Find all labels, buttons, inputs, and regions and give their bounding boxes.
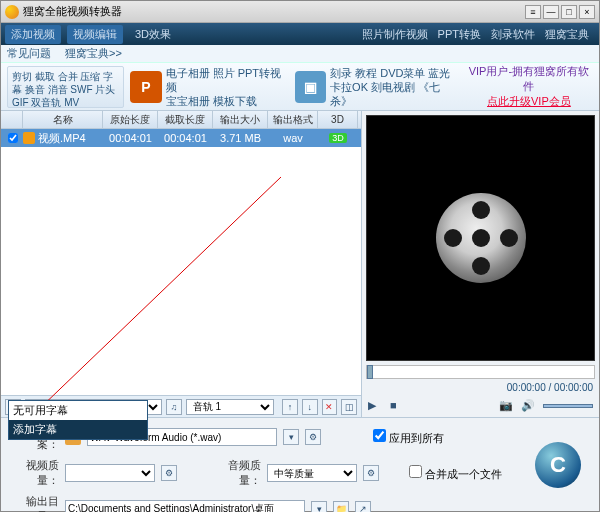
nav-photo-video[interactable]: 照片制作视频	[362, 27, 428, 42]
seek-slider[interactable]	[366, 365, 595, 379]
window-title: 狸窝全能视频转换器	[23, 4, 525, 19]
col-clip[interactable]: 截取长度	[158, 111, 213, 128]
film-reel-icon	[436, 193, 526, 283]
preview-pane: 00:00:00 / 00:00:00 ▶ ■ 📷 🔊	[361, 111, 599, 417]
file-list-pane: 名称 原始长度 截取长度 输出大小 输出格式 3D 视频.MP4 00:04:0…	[1, 111, 361, 417]
out-browse[interactable]: 📁	[333, 501, 349, 512]
link-baodan[interactable]: 狸窝宝典>>	[65, 46, 122, 61]
col-name[interactable]: 名称	[23, 111, 103, 128]
slot-album[interactable]: P 电子相册 照片 PPT转视频宝宝相册 模板下载	[130, 66, 289, 108]
vq-settings[interactable]: ⚙	[161, 465, 177, 481]
vip-upgrade-link[interactable]: 点此升级VIP会员	[465, 94, 593, 109]
top-nav: 添加视频 视频编辑 3D效果 照片制作视频 PPT转换 刻录软件 狸窝宝典	[1, 23, 599, 45]
close-button[interactable]: ×	[579, 5, 595, 19]
aq-select[interactable]: 中等质量	[267, 464, 357, 482]
apply-all[interactable]: 应用到所有	[373, 429, 444, 446]
vq-select[interactable]	[65, 464, 155, 482]
nav-burn[interactable]: 刻录软件	[491, 27, 535, 42]
nav-3d-effect[interactable]: 3D效果	[129, 25, 177, 44]
slot-vip[interactable]: VIP用户-拥有狸窝所有软件点此升级VIP会员	[465, 66, 593, 108]
apply-all-checkbox[interactable]	[373, 429, 386, 442]
snapshot-button[interactable]: 📷	[499, 399, 513, 413]
row-3d-icon[interactable]: 3D	[329, 133, 347, 143]
stop-button[interactable]: ■	[390, 399, 404, 413]
convert-button[interactable]: C	[535, 442, 581, 488]
slotB-l1: 刻录 教程 DVD菜单 蓝光	[330, 66, 459, 80]
col-size[interactable]: 输出大小	[213, 111, 268, 128]
row-name: 视频.MP4	[38, 131, 86, 146]
row-checkbox[interactable]	[8, 133, 18, 143]
slot-burn[interactable]: ▣ 刻录 教程 DVD菜单 蓝光卡拉OK 刻电视剧 《七杀》	[295, 66, 459, 108]
out-dropdown[interactable]: ▾	[311, 501, 327, 512]
nav-ppt-convert[interactable]: PPT转换	[438, 27, 481, 42]
slotB-l2: 卡拉OK 刻电视剧 《七杀》	[330, 80, 459, 108]
col-orig[interactable]: 原始长度	[103, 111, 158, 128]
out-open[interactable]: ↗	[355, 501, 371, 512]
row-size: 3.71 MB	[213, 129, 268, 147]
col-3d[interactable]: 3D	[318, 111, 358, 128]
time-display: 00:00:00 / 00:00:00	[362, 379, 599, 395]
preview-area	[366, 115, 595, 361]
vip-l1: VIP用户-拥有狸窝所有软件	[465, 64, 593, 94]
titlebar: 狸窝全能视频转换器 ≡ — □ ×	[1, 1, 599, 23]
album-icon: P	[130, 71, 161, 103]
col-fmt[interactable]: 输出格式	[268, 111, 318, 128]
subtitle-dropdown-menu[interactable]: 无可用字幕 添加字幕	[8, 400, 148, 440]
menu-button[interactable]: ≡	[525, 5, 541, 19]
row-fmt: wav	[268, 129, 318, 147]
slotA-l1: 电子相册 照片 PPT转视频	[166, 66, 289, 94]
max-button[interactable]: □	[561, 5, 577, 19]
out-input[interactable]	[65, 500, 305, 512]
nav-edit-video[interactable]: 视频编辑	[67, 25, 123, 44]
play-button[interactable]: ▶	[368, 399, 382, 413]
nav-add-video[interactable]: 添加视频	[5, 25, 61, 44]
aq-settings[interactable]: ⚙	[363, 465, 379, 481]
out-label: 输出目录：	[7, 494, 59, 512]
grid-blank	[1, 147, 361, 395]
dd-item-add[interactable]: 添加字幕	[9, 420, 147, 439]
merge-label: 合并成一个文件	[425, 468, 502, 480]
volume-button[interactable]: 🔊	[521, 399, 535, 413]
link-faq[interactable]: 常见问题	[7, 46, 51, 61]
aq-label: 音频质量：	[209, 458, 261, 488]
preset-settings[interactable]: ⚙	[305, 429, 321, 445]
toolbar: 剪切 截取 合并 压缩 字幕 换音 消音 SWF 片头 GIF 双音轨 MV P…	[1, 63, 599, 111]
grid-header: 名称 原始长度 截取长度 输出大小 输出格式 3D	[1, 111, 361, 129]
feature-block[interactable]: 剪切 截取 合并 压缩 字幕 换音 消音 SWF 片头 GIF 双音轨 MV	[7, 66, 124, 108]
burn-icon: ▣	[295, 71, 326, 103]
volume-slider[interactable]	[543, 404, 593, 408]
merge-checkbox[interactable]	[409, 465, 422, 478]
app-icon	[5, 5, 19, 19]
svg-line-0	[36, 177, 281, 412]
vq-label: 视频质量：	[7, 458, 59, 488]
row-orig: 00:04:01	[103, 129, 158, 147]
nav-baodan[interactable]: 狸窝宝典	[545, 27, 589, 42]
min-button[interactable]: —	[543, 5, 559, 19]
col-check[interactable]	[3, 111, 23, 128]
merge[interactable]: 合并成一个文件	[409, 465, 502, 482]
preset-dropdown[interactable]: ▾	[283, 429, 299, 445]
dd-item-none[interactable]: 无可用字幕	[9, 401, 147, 420]
row-clip: 00:04:01	[158, 129, 213, 147]
slotA-l2: 宝宝相册 模板下载	[166, 94, 289, 108]
apply-all-label: 应用到所有	[389, 432, 444, 444]
file-icon	[23, 132, 35, 144]
table-row[interactable]: 视频.MP4 00:04:01 00:04:01 3.71 MB wav 3D	[1, 129, 361, 147]
